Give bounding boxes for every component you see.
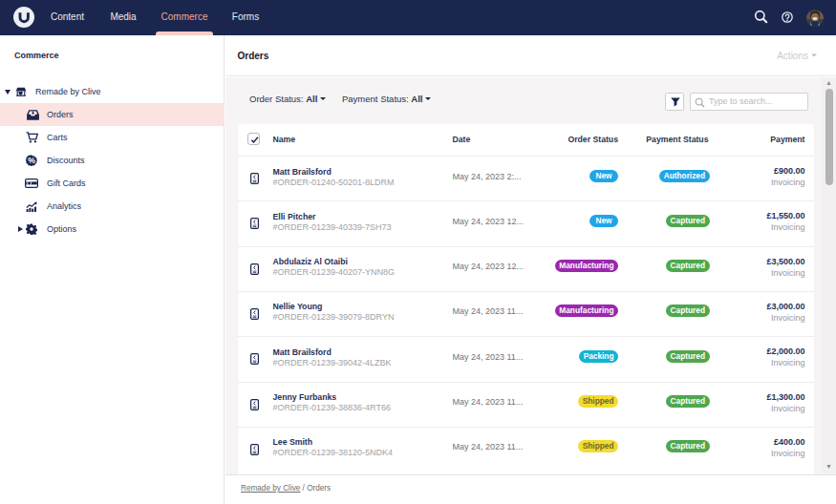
svg-text:%: % [28,156,35,165]
